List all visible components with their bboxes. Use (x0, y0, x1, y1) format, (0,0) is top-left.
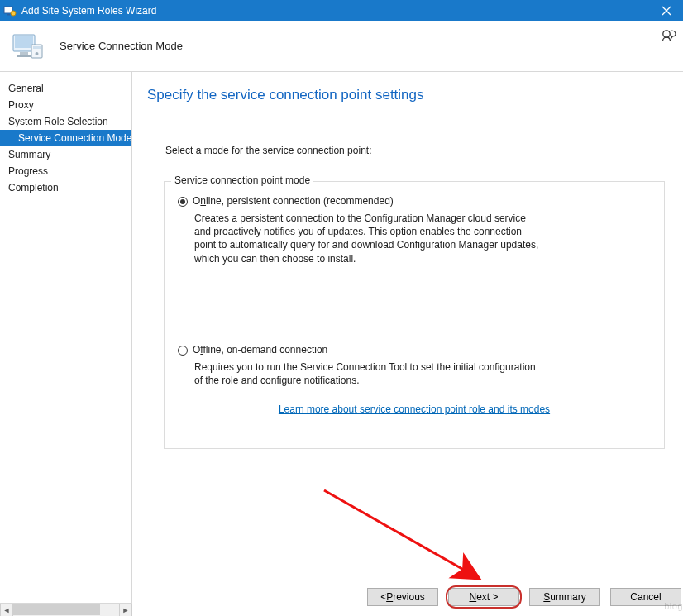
learn-more-link[interactable]: Learn more about service connection poin… (176, 404, 652, 415)
svg-rect-5 (20, 52, 28, 55)
svg-point-9 (36, 52, 39, 55)
nav-step-0[interactable]: General (0, 80, 131, 97)
title-bar: Add Site System Roles Wizard (0, 0, 683, 21)
page-title: Specify the service connection point set… (147, 87, 665, 103)
groupbox-legend: Service connection point mode (171, 174, 313, 186)
nav-step-5[interactable]: Progress (0, 163, 131, 179)
wizard-body: GeneralProxySystem Role SelectionService… (0, 72, 683, 616)
radio-offline-desc: Requires you to run the Service Connecti… (194, 361, 542, 387)
radio-online[interactable]: Online, persistent connection (recommend… (176, 195, 652, 207)
scroll-right-icon[interactable]: ► (119, 604, 132, 616)
nav-step-3[interactable]: Service Connection Mode (0, 130, 131, 146)
wizard-window: Add Site System Roles Wizard Service Con… (0, 0, 683, 616)
svg-point-2 (11, 11, 16, 16)
radio-offline[interactable]: Offline, on-demand connection (176, 344, 652, 356)
wizard-page: Specify the service connection point set… (132, 72, 683, 616)
page-prompt: Select a mode for the service connection… (165, 145, 665, 156)
wizard-header: Service Connection Mode (0, 21, 683, 72)
radio-online-label: Online, persistent connection (recommend… (193, 195, 394, 207)
nav-step-1[interactable]: Proxy (0, 97, 131, 113)
next-button[interactable]: Next > (448, 588, 519, 606)
app-icon (3, 4, 17, 17)
radio-offline-label: Offline, on-demand connection (193, 344, 327, 356)
wizard-nav: GeneralProxySystem Role SelectionService… (0, 72, 132, 616)
page-subtitle: Service Connection Mode (60, 40, 183, 52)
summary-button[interactable]: Summary (529, 588, 600, 606)
nav-step-6[interactable]: Completion (0, 179, 131, 196)
scroll-track[interactable] (13, 604, 119, 616)
nav-step-4[interactable]: Summary (0, 146, 131, 163)
scroll-left-icon[interactable]: ◄ (0, 604, 13, 616)
svg-rect-1 (7, 14, 10, 16)
svg-rect-6 (17, 55, 31, 57)
window-title: Add Site System Roles Wizard (21, 5, 650, 17)
option-offline: Offline, on-demand connection Requires y… (176, 344, 652, 387)
radio-online-desc: Creates a persistent connection to the C… (194, 212, 542, 265)
feedback-icon[interactable] (660, 27, 676, 46)
mode-groupbox: Service connection point mode Online, pe… (164, 181, 665, 449)
watermark: blog (664, 601, 683, 611)
computer-icon (12, 30, 45, 63)
radio-icon (178, 197, 188, 207)
radio-icon (178, 346, 188, 356)
nav-step-2[interactable]: System Role Selection (0, 113, 131, 130)
svg-rect-8 (33, 46, 41, 49)
scroll-thumb[interactable] (13, 604, 100, 615)
svg-point-10 (663, 31, 670, 37)
option-online: Online, persistent connection (recommend… (176, 195, 652, 265)
close-icon[interactable] (650, 0, 683, 21)
sidebar-scrollbar[interactable]: ◄ ► (0, 603, 132, 616)
wizard-footer: < Previous Next > Summary Cancel (367, 588, 681, 606)
previous-button[interactable]: < Previous (367, 588, 438, 606)
svg-rect-4 (15, 36, 33, 48)
